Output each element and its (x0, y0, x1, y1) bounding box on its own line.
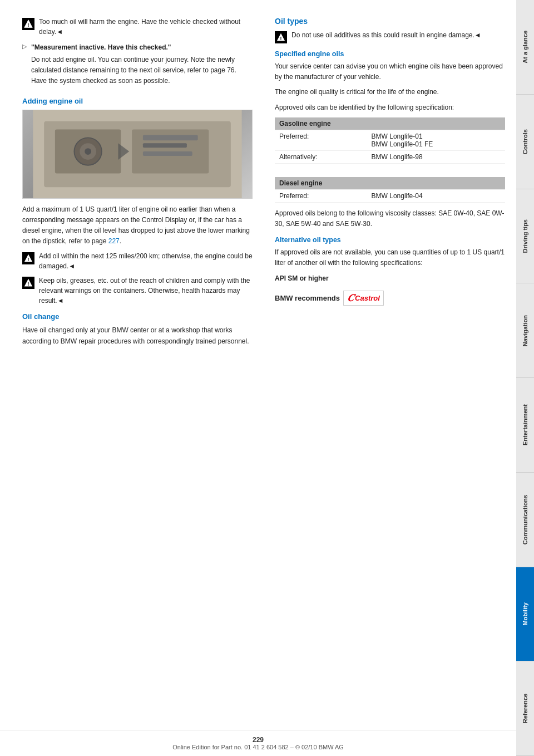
svg-text:!: ! (28, 257, 29, 262)
svg-rect-8 (143, 135, 198, 140)
right-column: Oil types ! Do not use oil additives as … (269, 17, 505, 719)
alternative-oil-body: If approved oils are not available, you … (275, 247, 505, 268)
viscosity-text: Approved oils belong to the following vi… (275, 208, 505, 229)
left-column: ! Too much oil will harm the engine. Hav… (22, 17, 258, 719)
svg-rect-9 (143, 143, 187, 148)
alternatively-row: Alternatively: BMW Longlife-98 (275, 150, 505, 163)
svg-rect-10 (143, 151, 192, 156)
bmw-recommends: BMW recommends 𝐶 Castrol (275, 291, 505, 306)
tab-at-a-glance[interactable]: At a glance (516, 0, 534, 95)
bullet-body: Do not add engine oil. You can continue … (31, 55, 253, 87)
page-footer: 229 Online Edition for Part no. 01 41 2 … (0, 730, 516, 756)
bmw-recommends-label: BMW recommends (275, 294, 340, 302)
diesel-preferred-label: Preferred: (275, 189, 367, 202)
engine-image (22, 110, 253, 199)
svg-text:!: ! (28, 281, 29, 287)
oil-types-warning-icon: ! (275, 31, 287, 43)
specified-engine-oils-heading: Specified engine oils (275, 50, 505, 58)
oil-types-warning: ! Do not use oil additives as this could… (275, 30, 505, 43)
svg-point-7 (85, 148, 91, 155)
preferred-value-1: BMW Longlife-01 (372, 132, 501, 140)
svg-text:!: ! (28, 22, 29, 28)
warning-box-1: ! Too much oil will harm the engine. Hav… (22, 17, 253, 37)
footer-text: Online Edition for Part no. 01 41 2 604 … (6, 744, 511, 750)
side-navigation: At a glance Controls Driving tips Naviga… (516, 0, 534, 756)
warning-icon-2: ! (22, 252, 34, 264)
engine-image-inner (23, 110, 252, 198)
tab-reference[interactable]: Reference (516, 661, 534, 756)
page-link-227[interactable]: 227 (108, 237, 120, 245)
content-columns: ! Too much oil will harm the engine. Hav… (0, 0, 516, 730)
specified-intro-3: Approved oils can be identified by the f… (275, 102, 505, 113)
tab-controls[interactable]: Controls (516, 95, 534, 189)
diesel-preferred-row: Preferred: BMW Longlife-04 (275, 189, 505, 202)
warning-text-1: Too much oil will harm the engine. Have … (39, 17, 253, 37)
bullet-item-1: ▷ "Measurement inactive. Have this check… (22, 42, 253, 91)
page-number: 229 (6, 736, 511, 744)
alternative-oil-types-heading: Alternative oil types (275, 236, 505, 244)
castrol-logo: 𝐶 Castrol (343, 291, 384, 306)
api-spec: API SM or higher (275, 273, 505, 284)
oil-spec-table: Gasoline engine Preferred: BMW Longlife-… (275, 117, 505, 203)
castrol-c-icon: 𝐶 (347, 292, 354, 304)
svg-text:!: ! (280, 36, 282, 41)
warning-text-2: Add oil within the next 125 miles/200 km… (39, 251, 253, 271)
castrol-text: Castrol (355, 294, 380, 302)
alternatively-label: Alternatively: (275, 150, 367, 163)
specified-intro-2: The engine oil quality is critical for t… (275, 87, 505, 97)
oil-change-body: Have oil changed only at your BMW center… (22, 325, 253, 346)
diesel-header: Diesel engine (275, 177, 505, 190)
adding-engine-oil-heading: Adding engine oil (22, 97, 253, 105)
warning-box-2: ! Add oil within the next 125 miles/200 … (22, 251, 253, 271)
tab-navigation[interactable]: Navigation (516, 283, 534, 378)
gap-row (275, 163, 505, 177)
warning-icon-3: ! (22, 277, 34, 289)
warning-box-3: ! Keep oils, greases, etc. out of the re… (22, 276, 253, 306)
tab-mobility[interactable]: Mobility (516, 567, 534, 662)
warning-text-3: Keep oils, greases, etc. out of the reac… (39, 276, 253, 306)
oil-types-heading: Oil types (275, 17, 505, 26)
diesel-preferred-value: BMW Longlife-04 (367, 189, 505, 202)
main-content: ! Too much oil will harm the engine. Hav… (0, 0, 516, 756)
preferred-values: BMW Longlife-01 BMW Longlife-01 FE (367, 130, 505, 150)
gasoline-header: Gasoline engine (275, 117, 505, 130)
bullet-arrow-icon: ▷ (22, 43, 28, 50)
specified-intro-1: Your service center can advise you on wh… (275, 61, 505, 82)
alternatively-value: BMW Longlife-98 (367, 150, 505, 163)
oil-types-warning-text: Do not use oil additives as this could r… (291, 30, 481, 40)
body-text-1: Add a maximum of 1 US quart/1 liter of e… (22, 204, 253, 247)
preferred-value-2: BMW Longlife-01 FE (372, 140, 501, 148)
bullet-label: "Measurement inactive. Have this checked… (31, 42, 253, 52)
tab-driving-tips[interactable]: Driving tips (516, 189, 534, 284)
preferred-gasoline-row: Preferred: BMW Longlife-01 BMW Longlife-… (275, 130, 505, 150)
warning-icon-1: ! (22, 18, 34, 30)
tab-communications[interactable]: Communications (516, 473, 534, 567)
bullet-content: "Measurement inactive. Have this checked… (31, 42, 253, 91)
preferred-label: Preferred: (275, 130, 367, 150)
oil-change-heading: Oil change (22, 312, 253, 321)
tab-entertainment[interactable]: Entertainment (516, 378, 534, 473)
